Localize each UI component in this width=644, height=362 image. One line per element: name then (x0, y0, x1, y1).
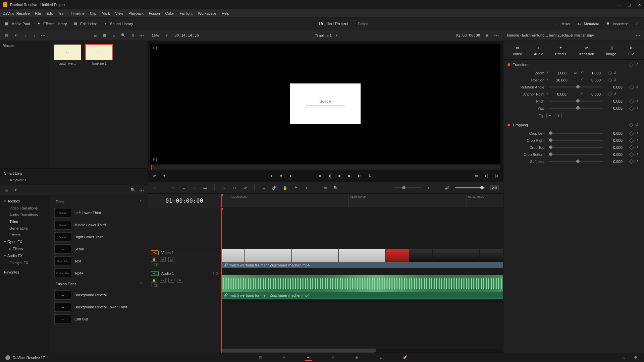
audio-transitions-node[interactable]: Audio Transitions (0, 212, 50, 218)
master-bin[interactable]: Master (3, 44, 47, 48)
next-clip-icon[interactable]: ▸| (484, 173, 489, 178)
fusion-preset[interactable]: ▬Background Reveal Lower Third (52, 301, 146, 313)
keyframe-icon[interactable] (607, 70, 612, 75)
reset-icon[interactable]: ↺ (635, 106, 640, 110)
auto-select-icon[interactable]: ▭ (160, 257, 166, 262)
fusion-titles-category[interactable]: Fusion Titles⌃ (52, 279, 146, 289)
tab-video[interactable]: ▭Video (513, 45, 522, 56)
viewer-more-icon[interactable]: ••• (494, 34, 499, 38)
list-view-icon[interactable]: ☰ (92, 33, 98, 39)
jump-first-icon[interactable]: ⏵| (152, 46, 157, 50)
tab-transition[interactable]: ▱Transition (578, 45, 594, 56)
toolbox-node[interactable]: ▾Toolbox (0, 198, 50, 205)
sort-icon[interactable]: ⇅ (130, 33, 136, 39)
nav-back-icon[interactable]: ‹ (22, 33, 28, 39)
flip-vertical-button[interactable]: ⇕ (555, 113, 562, 118)
dim-button[interactable]: DIM (490, 185, 499, 190)
strip-view-icon[interactable]: ≡ (111, 33, 117, 39)
menu-help[interactable]: Help (222, 11, 229, 15)
title-preset[interactable]: Basic TitleText (52, 255, 146, 267)
favorites-header[interactable]: Favorites (0, 268, 50, 276)
tab-image[interactable]: ◫Image (606, 45, 616, 56)
media-pool-toggle[interactable]: ▦Media Pool (4, 21, 30, 26)
fusion-preset[interactable]: ▬Background Reveal (52, 289, 146, 301)
audio-track[interactable]: 🔗twitch werbung für mehr Zuschauer mache… (221, 274, 503, 302)
overlay-dropdown-icon[interactable]: ▾ (162, 173, 167, 178)
fx-more-icon[interactable]: ••• (139, 188, 144, 192)
menu-mark[interactable]: Mark (102, 11, 110, 15)
zoom-y-input[interactable] (586, 71, 606, 75)
titles-category[interactable]: Titles⌃ (52, 197, 146, 207)
viewer-scrubber[interactable] (151, 165, 500, 170)
timeline-scrollbar[interactable] (221, 349, 503, 353)
menu-fairlight[interactable]: Fairlight (179, 11, 193, 15)
video-track[interactable]: 🔗twitch werbung für mehr Zuschauer mache… (221, 248, 503, 274)
crop-left-input[interactable] (608, 131, 628, 135)
fusion-page-icon[interactable]: ⚛ (329, 355, 336, 361)
keyframe-icon[interactable] (629, 106, 634, 110)
replace-clip-icon[interactable]: ⟳ (242, 185, 248, 191)
nav-fwd-icon[interactable]: › (32, 33, 38, 39)
menu-timeline[interactable]: Timeline (71, 11, 85, 15)
audiofx-node[interactable]: ▾Audio FX (0, 252, 50, 259)
volume-slider[interactable] (455, 187, 485, 188)
crop-right-slider[interactable] (549, 140, 603, 141)
menu-workspace[interactable]: Workspace (198, 11, 216, 15)
menu-color[interactable]: Color (165, 11, 174, 15)
keyframe-icon[interactable] (629, 62, 633, 67)
play-icon[interactable]: ▶ (347, 173, 352, 178)
transform-overlay-icon[interactable]: ▱ (152, 173, 157, 178)
yaw-slider[interactable] (549, 108, 603, 109)
sound-library-toggle[interactable]: ♪Sound Library (103, 21, 133, 26)
fairlight-page-icon[interactable]: ♫ (377, 355, 385, 361)
pos-x-input[interactable] (552, 78, 572, 82)
anchor-y-input[interactable] (586, 92, 606, 96)
reset-icon[interactable]: ↺ (635, 62, 640, 67)
fx-list-icon[interactable]: ▤ (3, 187, 9, 193)
close-button[interactable]: ✕ (637, 3, 641, 7)
filters-node[interactable]: ▸Filters (0, 245, 50, 252)
tab-effects[interactable]: ✦Effects (555, 45, 566, 56)
link-icon[interactable]: 🔗 (271, 185, 277, 191)
audio-clip[interactable]: 🔗twitch werbung für mehr Zuschauer mache… (221, 275, 503, 299)
fairlightfx-node[interactable]: Fairlight FX (0, 259, 50, 266)
metadata-toggle[interactable]: 🏷Metadata (577, 21, 599, 26)
keywords-bin[interactable]: Keywords (4, 178, 144, 182)
fx-search-icon[interactable]: 🔍 (130, 187, 136, 193)
reset-icon[interactable]: ↺ (635, 85, 640, 89)
zoom-dropdown-icon[interactable]: ▾ (164, 33, 170, 39)
lock-track-icon[interactable]: 🔒 (151, 278, 157, 283)
loop-playback-icon[interactable]: ◉ (484, 33, 490, 39)
pitch-input[interactable] (608, 99, 628, 103)
title-preset[interactable]: —Scroll (52, 243, 146, 255)
keyframe-icon[interactable] (629, 99, 634, 103)
deliver-page-icon[interactable]: 🚀 (401, 355, 409, 361)
zoom-x-input[interactable] (552, 71, 572, 75)
menu-playback[interactable]: Playback (128, 11, 144, 15)
stop-icon[interactable]: ■ (337, 173, 342, 178)
fusion-preset[interactable]: —Call Out (52, 313, 146, 325)
overwrite-clip-icon[interactable]: ⊖ (231, 185, 237, 191)
link-xy-icon[interactable]: ⧉ (574, 71, 579, 75)
smart-bins-header[interactable]: Smart Bins (4, 171, 144, 175)
rotation-input[interactable] (608, 85, 628, 89)
color-page-icon[interactable]: ◉ (353, 355, 361, 361)
home-icon[interactable]: ⌂ (621, 355, 627, 361)
reset-icon[interactable]: ↺ (635, 145, 640, 149)
title-preset[interactable]: SampleMiddle Lower Third (52, 219, 146, 231)
thumb-view-icon[interactable]: ▦ (102, 33, 108, 39)
cut-page-icon[interactable]: ✂ (281, 355, 288, 361)
more-icon[interactable]: ••• (41, 34, 46, 38)
title-preset[interactable]: Custom TitleText+ (52, 267, 146, 279)
yaw-input[interactable] (608, 106, 628, 110)
auto-select-icon[interactable]: ▭ (160, 278, 166, 283)
transform-header[interactable]: Transform↺ (503, 60, 644, 69)
keyframe-icon[interactable] (629, 122, 633, 127)
go-end-icon[interactable]: ⏭ (357, 173, 362, 178)
insert-clip-icon[interactable]: ⊕ (221, 185, 227, 191)
step-back-icon[interactable]: ◂| (327, 173, 332, 178)
marker-icon[interactable]: ● (304, 185, 310, 191)
titles-node[interactable]: Titles (0, 218, 50, 225)
settings-icon[interactable]: ⚙ (633, 355, 639, 361)
media-page-icon[interactable]: ▥ (257, 355, 264, 361)
